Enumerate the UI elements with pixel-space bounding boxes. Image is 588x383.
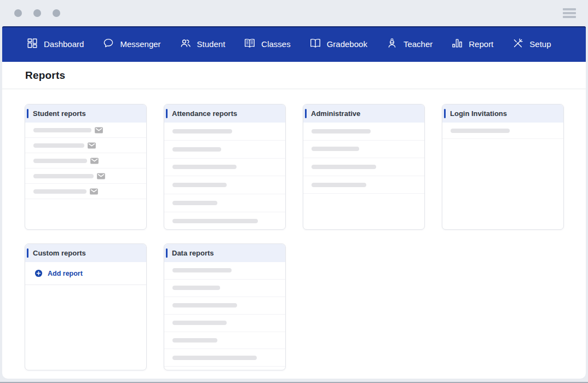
bar-chart-icon <box>451 37 463 51</box>
nav-label: Classes <box>261 39 290 49</box>
card-title: Login Invitations <box>450 109 507 118</box>
report-skeleton-row[interactable] <box>25 169 146 184</box>
skeleton-pill <box>172 356 257 360</box>
nav-item-student[interactable]: Student <box>180 37 226 51</box>
skeleton-pill <box>172 219 258 223</box>
nav-label: Report <box>469 39 493 49</box>
page-header: Reports <box>2 62 586 89</box>
report-skeleton-row[interactable] <box>164 141 285 159</box>
open-book-icon <box>309 37 321 51</box>
add-report-label: Add report <box>48 270 83 277</box>
skeleton-pill <box>172 165 237 169</box>
card-login-invitations: Login Invitations <box>442 104 564 230</box>
dashboard-icon <box>26 37 38 51</box>
card-accent-bar <box>166 109 168 118</box>
app-frame: Dashboard Messenger Student Classes <box>2 26 586 379</box>
report-skeleton-row[interactable] <box>303 158 424 176</box>
skeleton-pill <box>312 183 366 187</box>
report-skeleton-row[interactable] <box>164 262 285 280</box>
mail-icon <box>90 158 99 164</box>
book-lines-icon <box>244 37 256 51</box>
report-skeleton-row[interactable] <box>25 153 146 169</box>
card-header: Data reports <box>164 244 285 262</box>
report-skeleton-row[interactable] <box>303 141 424 159</box>
skeleton-pill <box>172 201 217 205</box>
report-skeleton-row[interactable] <box>164 123 285 141</box>
add-circle-icon <box>34 269 43 277</box>
card-body <box>442 123 563 139</box>
card-accent-bar <box>305 109 307 118</box>
report-skeleton-row[interactable] <box>164 280 285 297</box>
report-skeleton-row[interactable] <box>164 349 285 367</box>
report-skeleton-row[interactable] <box>25 184 146 199</box>
report-skeleton-row[interactable] <box>25 123 146 138</box>
nav-label: Messenger <box>120 39 160 49</box>
card-body <box>25 123 146 199</box>
card-body <box>164 262 285 367</box>
window-chrome-bar <box>0 0 588 26</box>
nav-label: Setup <box>529 39 551 49</box>
card-title: Data reports <box>172 249 214 257</box>
card-title: Attendance reports <box>172 109 237 118</box>
mail-icon <box>90 188 98 195</box>
nav-item-messenger[interactable]: Messenger <box>102 37 160 51</box>
card-accent-bar <box>27 109 28 118</box>
nav-label: Dashboard <box>44 39 84 49</box>
card-administrative: Administrative <box>303 104 425 230</box>
nav-label: Gradebook <box>327 39 367 49</box>
card-custom-reports: Custom reports Add report <box>25 243 147 370</box>
nav-label: Teacher <box>403 39 433 49</box>
report-skeleton-row[interactable] <box>164 297 285 315</box>
tools-icon <box>512 37 524 51</box>
skeleton-pill <box>312 147 359 151</box>
page-title: Reports <box>25 69 65 82</box>
main-navbar: Dashboard Messenger Student Classes <box>2 26 586 62</box>
chat-bubble-icon <box>102 37 114 51</box>
nav-item-report[interactable]: Report <box>451 37 493 51</box>
window-dot-2[interactable] <box>33 9 41 17</box>
card-student-reports: Student reports <box>25 104 147 230</box>
skeleton-pill <box>33 143 84 148</box>
card-header: Administrative <box>303 105 424 123</box>
card-header: Custom reports <box>25 244 146 262</box>
skeleton-pill <box>33 189 87 194</box>
report-skeleton-row[interactable] <box>164 212 285 230</box>
skeleton-pill <box>172 183 227 187</box>
nav-item-teacher[interactable]: Teacher <box>386 37 433 51</box>
nav-item-setup[interactable]: Setup <box>512 37 551 51</box>
reports-page: Reports Student reports Attendance repor… <box>2 62 586 379</box>
window-dot-1[interactable] <box>14 9 22 17</box>
report-skeleton-row[interactable] <box>303 176 424 194</box>
skeleton-pill <box>33 174 94 178</box>
card-body <box>164 123 285 230</box>
teacher-icon <box>386 37 398 51</box>
report-skeleton-row[interactable] <box>164 315 285 332</box>
skeleton-pill <box>172 129 232 134</box>
report-skeleton-row[interactable] <box>164 332 285 350</box>
skeleton-pill <box>172 303 237 307</box>
report-skeleton-row[interactable] <box>303 123 424 141</box>
card-title: Custom reports <box>33 249 86 257</box>
skeleton-pill <box>172 147 221 152</box>
card-body <box>303 123 424 194</box>
card-accent-bar <box>444 109 446 118</box>
report-skeleton-row[interactable] <box>164 194 285 212</box>
report-skeleton-row[interactable] <box>442 123 563 139</box>
report-skeleton-row[interactable] <box>164 176 285 194</box>
window-dot-3[interactable] <box>53 9 60 17</box>
nav-item-gradebook[interactable]: Gradebook <box>309 37 367 51</box>
report-skeleton-row[interactable] <box>25 138 146 153</box>
report-cards-grid: Student reports Attendance reports Admin… <box>2 89 586 370</box>
card-accent-bar <box>166 248 168 258</box>
report-skeleton-row[interactable] <box>164 159 285 177</box>
add-report-button[interactable]: Add report <box>25 262 146 285</box>
people-icon <box>180 37 192 51</box>
skeleton-pill <box>172 286 220 290</box>
nav-item-dashboard[interactable]: Dashboard <box>26 37 84 51</box>
nav-label: Student <box>197 39 226 49</box>
skeleton-pill <box>33 159 87 163</box>
nav-item-classes[interactable]: Classes <box>244 37 290 51</box>
card-title: Student reports <box>33 109 86 118</box>
mail-icon <box>95 127 103 134</box>
hamburger-menu-icon[interactable] <box>563 6 576 20</box>
